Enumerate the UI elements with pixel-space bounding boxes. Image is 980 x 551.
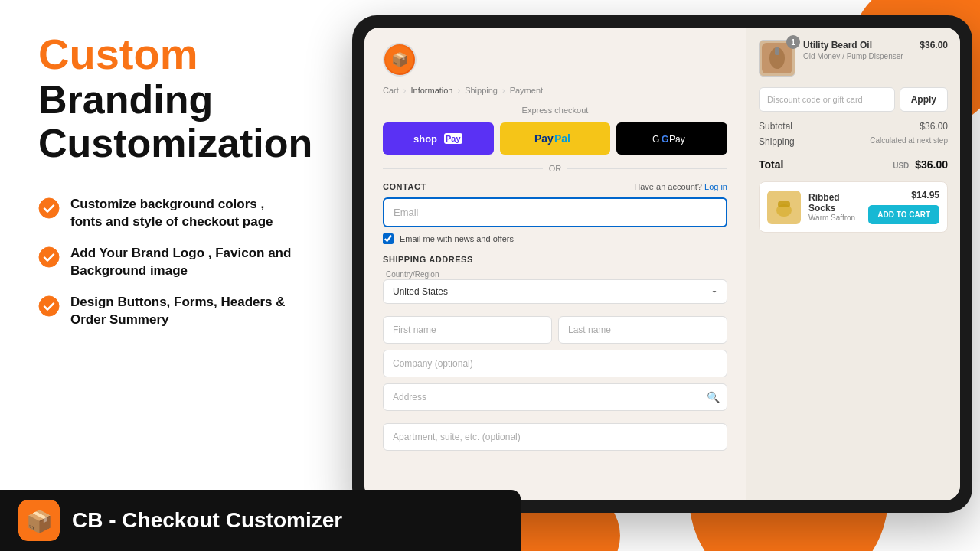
- apt-input[interactable]: [383, 423, 727, 451]
- upsell-info: Ribbed Socks Warm Saffron: [808, 192, 861, 222]
- country-select-wrapper: Country/Region United States: [383, 270, 727, 310]
- country-select[interactable]: United States: [383, 279, 727, 304]
- left-panel: Custom Branding Customization Customize …: [0, 0, 329, 505]
- shop-pay-icon: shop Pay: [410, 131, 466, 146]
- upsell-image: [767, 191, 801, 224]
- heading-branding: Branding: [38, 78, 299, 122]
- bottom-bar: 📦 CB - Checkout Customizer: [0, 490, 521, 551]
- brand-logo-image: 📦: [18, 500, 60, 541]
- shipping-section-header: SHIPPING ADDRESS: [383, 255, 727, 264]
- product-variant: Old Money / Pump Dispenser: [803, 52, 912, 60]
- feature-text-2: Add Your Brand Logo , Favicon and Backgr…: [70, 245, 299, 280]
- upsell-name: Ribbed Socks: [808, 192, 861, 214]
- product-badge: 1: [786, 35, 800, 49]
- product-info: Utility Beard Oil Old Money / Pump Dispe…: [803, 40, 912, 60]
- subtotal-line: Subtotal $36.00: [759, 121, 948, 132]
- feature-item-3: Design Buttons, Forms, Headers & Order S…: [38, 294, 299, 329]
- svg-point-0: [39, 198, 59, 218]
- shipping-label: Shipping: [759, 136, 795, 147]
- google-pay-button[interactable]: G G Pay: [616, 122, 727, 155]
- svg-text:G: G: [652, 134, 659, 145]
- svg-text:Pal: Pal: [554, 132, 570, 145]
- svg-point-1: [39, 247, 59, 267]
- apply-button[interactable]: Apply: [900, 87, 948, 112]
- svg-text:G: G: [662, 134, 668, 145]
- feature-text-3: Design Buttons, Forms, Headers & Order S…: [70, 294, 299, 329]
- total-currency: USD: [893, 161, 909, 170]
- newsletter-checkbox[interactable]: [383, 233, 394, 244]
- heading-custom: Custom: [38, 31, 299, 78]
- svg-text:Pay: Pay: [446, 134, 461, 143]
- have-account-label: Have an account?: [634, 182, 702, 191]
- name-row: [383, 316, 727, 344]
- have-account-text: Have an account? Log in: [634, 182, 727, 191]
- order-item-main: 1 Utility Beard Oil Old Money / Pump Dis…: [759, 40, 948, 77]
- feature-text-1: Customize background colors , fonts and …: [70, 196, 299, 231]
- svg-point-2: [39, 296, 59, 316]
- heading-customization: Customization: [38, 122, 299, 165]
- paypal-button[interactable]: Pay Pal: [500, 122, 611, 155]
- gpay-icon: G G Pay: [649, 131, 695, 146]
- address-field-wrapper: 🔍: [383, 383, 727, 411]
- or-line-right: [567, 168, 727, 169]
- total-value: $36.00: [915, 158, 948, 171]
- express-buttons: shop Pay Pay Pal G G Pay: [383, 122, 727, 155]
- svg-rect-18: [778, 201, 790, 207]
- brand-logo-box: 📦: [18, 500, 60, 541]
- checkout-left: 📦 Cart › Information › Shipping › Paymen…: [364, 28, 746, 500]
- breadcrumb-sep-3: ›: [502, 86, 505, 95]
- svg-text:📦: 📦: [26, 509, 53, 534]
- contact-section-header: CONTACT Have an account? Log in: [383, 182, 727, 191]
- svg-text:Pay: Pay: [669, 134, 685, 145]
- or-divider: OR: [383, 164, 727, 173]
- address-search-icon: 🔍: [707, 391, 720, 403]
- feature-list: Customize background colors , fonts and …: [38, 196, 299, 329]
- shipping-line: Shipping Calculated at next step: [759, 136, 948, 147]
- svg-text:shop: shop: [413, 133, 437, 145]
- newsletter-label: Email me with news and offers: [400, 234, 514, 243]
- checkout-right: 1 Utility Beard Oil Old Money / Pump Dis…: [746, 28, 960, 500]
- product-price: $36.00: [920, 40, 948, 51]
- login-link[interactable]: Log in: [704, 182, 727, 191]
- express-checkout-label: Express checkout: [383, 106, 727, 115]
- upsell-card: Ribbed Socks Warm Saffron $14.95 ADD TO …: [759, 181, 948, 233]
- feature-item-2: Add Your Brand Logo , Favicon and Backgr…: [38, 245, 299, 280]
- total-label: Total: [759, 158, 783, 171]
- svg-text:📦: 📦: [391, 51, 409, 68]
- brand-logo-circle: 📦: [383, 43, 416, 77]
- subtotal-label: Subtotal: [759, 121, 792, 132]
- product-img-wrapper: 1: [759, 40, 795, 77]
- discount-input[interactable]: [759, 87, 895, 112]
- contact-title: CONTACT: [383, 182, 426, 191]
- breadcrumb: Cart › Information › Shipping › Payment: [383, 86, 727, 95]
- shipping-note: Calculated at next step: [870, 136, 948, 147]
- first-name-input[interactable]: [383, 316, 552, 344]
- breadcrumb-shipping: Shipping: [465, 86, 498, 95]
- svg-text:Pay: Pay: [534, 132, 554, 145]
- address-input[interactable]: [383, 383, 727, 411]
- upsell-product-svg: [770, 194, 798, 221]
- company-input[interactable]: [383, 350, 727, 377]
- upsell-price: $14.95: [911, 190, 939, 201]
- newsletter-checkbox-row: Email me with news and offers: [383, 233, 727, 244]
- product-svg-icon: [762, 43, 792, 73]
- total-amount: USD $36.00: [893, 158, 948, 171]
- shipping-section: SHIPPING ADDRESS Country/Region United S…: [383, 255, 727, 457]
- paypal-icon: Pay Pal: [528, 131, 582, 146]
- discount-row: Apply: [759, 87, 948, 112]
- last-name-input[interactable]: [558, 316, 727, 344]
- upsell-right: $14.95 ADD TO CART: [868, 190, 939, 224]
- subtotal-value: $36.00: [920, 121, 948, 132]
- breadcrumb-sep-1: ›: [403, 86, 407, 95]
- add-to-cart-button[interactable]: ADD TO CART: [868, 205, 939, 224]
- brand-logo-svg: 📦: [386, 46, 413, 73]
- breadcrumb-payment: Payment: [510, 86, 543, 95]
- check-icon-3: [38, 295, 60, 317]
- device-screen: 📦 Cart › Information › Shipping › Paymen…: [364, 28, 960, 500]
- shop-pay-button[interactable]: shop Pay: [383, 122, 494, 155]
- email-input[interactable]: [383, 197, 727, 227]
- breadcrumb-cart: Cart: [383, 86, 399, 95]
- total-line: Total USD $36.00: [759, 152, 948, 171]
- breadcrumb-sep-2: ›: [457, 86, 460, 95]
- upsell-variant: Warm Saffron: [808, 214, 861, 222]
